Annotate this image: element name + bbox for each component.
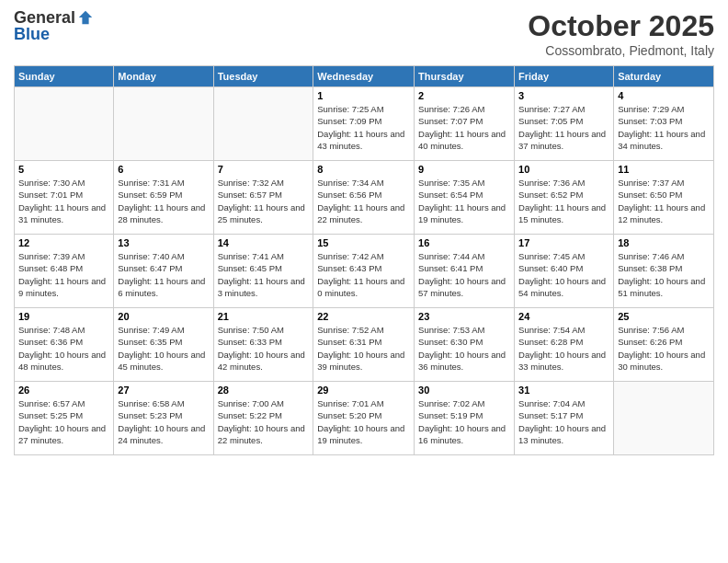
table-row: 30Sunrise: 7:02 AMSunset: 5:19 PMDayligh… xyxy=(415,382,515,455)
day-number: 1 xyxy=(317,90,410,101)
day-info-line: Sunset: 7:09 PM xyxy=(317,115,410,127)
table-row: 22Sunrise: 7:52 AMSunset: 6:31 PMDayligh… xyxy=(313,308,415,382)
table-row: 13Sunrise: 7:40 AMSunset: 6:47 PMDayligh… xyxy=(114,235,213,308)
day-info-line: Daylight: 10 hours and 13 minutes. xyxy=(518,422,609,447)
day-info: Sunrise: 7:35 AMSunset: 6:54 PMDaylight:… xyxy=(418,177,510,225)
table-row: 3Sunrise: 7:27 AMSunset: 7:05 PMDaylight… xyxy=(515,87,614,161)
table-row: 23Sunrise: 7:53 AMSunset: 6:30 PMDayligh… xyxy=(415,308,515,382)
day-info-line: Daylight: 10 hours and 54 minutes. xyxy=(518,275,609,300)
day-info: Sunrise: 7:36 AMSunset: 6:52 PMDaylight:… xyxy=(518,177,609,225)
day-info: Sunrise: 7:54 AMSunset: 6:28 PMDaylight:… xyxy=(518,324,609,373)
day-info-line: Sunset: 7:07 PM xyxy=(418,115,510,127)
day-info-line: Sunrise: 6:57 AM xyxy=(18,397,109,409)
day-number: 2 xyxy=(418,90,510,101)
day-number: 10 xyxy=(518,164,609,175)
day-number: 11 xyxy=(618,164,710,175)
day-info-line: Sunset: 6:50 PM xyxy=(618,189,710,201)
day-info-line: Daylight: 10 hours and 57 minutes. xyxy=(418,275,510,300)
day-info-line: Daylight: 11 hours and 37 minutes. xyxy=(518,128,609,153)
day-info-line: Sunset: 7:03 PM xyxy=(618,115,710,127)
day-info: Sunrise: 6:58 AMSunset: 5:23 PMDaylight:… xyxy=(118,397,209,446)
day-info-line: Daylight: 11 hours and 34 minutes. xyxy=(618,128,710,153)
day-info: Sunrise: 7:42 AMSunset: 6:43 PMDaylight:… xyxy=(317,250,410,299)
day-number: 27 xyxy=(118,385,209,396)
day-info-line: Sunrise: 7:36 AM xyxy=(518,177,609,189)
day-number: 13 xyxy=(118,237,209,248)
day-number: 17 xyxy=(518,237,609,248)
day-info-line: Daylight: 11 hours and 9 minutes. xyxy=(18,275,109,300)
day-info-line: Sunset: 6:30 PM xyxy=(418,336,510,348)
day-info-line: Sunrise: 6:58 AM xyxy=(118,397,209,409)
table-row: 10Sunrise: 7:36 AMSunset: 6:52 PMDayligh… xyxy=(515,161,614,235)
day-info-line: Daylight: 11 hours and 0 minutes. xyxy=(317,275,410,300)
table-row: 29Sunrise: 7:01 AMSunset: 5:20 PMDayligh… xyxy=(313,382,415,455)
day-number: 24 xyxy=(518,311,609,322)
day-info: Sunrise: 7:50 AMSunset: 6:33 PMDaylight:… xyxy=(218,324,310,373)
day-info-line: Sunrise: 7:02 AM xyxy=(418,397,510,409)
day-info-line: Sunrise: 7:52 AM xyxy=(317,324,410,336)
table-row: 4Sunrise: 7:29 AMSunset: 7:03 PMDaylight… xyxy=(614,87,714,161)
calendar-week-row: 19Sunrise: 7:48 AMSunset: 6:36 PMDayligh… xyxy=(15,308,714,382)
col-tuesday: Tuesday xyxy=(213,66,313,87)
day-info-line: Sunset: 6:59 PM xyxy=(118,189,209,201)
day-info: Sunrise: 7:27 AMSunset: 7:05 PMDaylight:… xyxy=(518,103,609,152)
day-info-line: Sunrise: 7:56 AM xyxy=(618,324,710,336)
day-info: Sunrise: 7:29 AMSunset: 7:03 PMDaylight:… xyxy=(618,103,710,152)
header: General Blue October 2025 Cossombrato, P… xyxy=(14,9,714,58)
day-info-line: Sunset: 6:31 PM xyxy=(317,336,410,348)
table-row: 24Sunrise: 7:54 AMSunset: 6:28 PMDayligh… xyxy=(515,308,614,382)
day-number: 18 xyxy=(618,237,710,248)
day-number: 29 xyxy=(317,385,410,396)
day-info: Sunrise: 7:31 AMSunset: 6:59 PMDaylight:… xyxy=(118,177,209,225)
day-info-line: Sunset: 6:26 PM xyxy=(618,336,710,348)
day-info: Sunrise: 7:32 AMSunset: 6:57 PMDaylight:… xyxy=(218,177,310,225)
day-info: Sunrise: 7:25 AMSunset: 7:09 PMDaylight:… xyxy=(317,103,410,152)
day-info-line: Daylight: 11 hours and 31 minutes. xyxy=(18,201,109,226)
day-info-line: Sunset: 5:20 PM xyxy=(317,409,410,421)
day-info: Sunrise: 7:40 AMSunset: 6:47 PMDaylight:… xyxy=(118,250,209,299)
day-number: 8 xyxy=(317,164,410,175)
day-number: 12 xyxy=(18,237,109,248)
day-number: 6 xyxy=(118,164,209,175)
day-info: Sunrise: 7:01 AMSunset: 5:20 PMDaylight:… xyxy=(317,397,410,446)
table-row: 27Sunrise: 6:58 AMSunset: 5:23 PMDayligh… xyxy=(114,382,213,455)
day-info-line: Daylight: 10 hours and 39 minutes. xyxy=(317,349,410,373)
day-info-line: Sunrise: 7:27 AM xyxy=(518,103,609,115)
day-info-line: Sunset: 6:38 PM xyxy=(618,262,710,274)
day-info-line: Sunrise: 7:37 AM xyxy=(618,177,710,189)
day-info-line: Daylight: 10 hours and 24 minutes. xyxy=(118,422,209,447)
day-info: Sunrise: 7:52 AMSunset: 6:31 PMDaylight:… xyxy=(317,324,410,373)
logo: General Blue xyxy=(14,9,94,44)
table-row: 28Sunrise: 7:00 AMSunset: 5:22 PMDayligh… xyxy=(213,382,313,455)
logo-blue-text: Blue xyxy=(14,26,94,44)
table-row: 2Sunrise: 7:26 AMSunset: 7:07 PMDaylight… xyxy=(415,87,515,161)
svg-marker-0 xyxy=(79,11,92,24)
day-number: 4 xyxy=(618,90,710,101)
day-info-line: Sunrise: 7:50 AM xyxy=(218,324,310,336)
day-number: 23 xyxy=(418,311,510,322)
day-info-line: Daylight: 11 hours and 15 minutes. xyxy=(518,201,609,226)
day-info-line: Daylight: 11 hours and 22 minutes. xyxy=(317,201,410,226)
day-info-line: Sunrise: 7:44 AM xyxy=(418,250,510,262)
day-info-line: Sunrise: 7:25 AM xyxy=(317,103,410,115)
day-number: 25 xyxy=(618,311,710,322)
calendar-page: General Blue October 2025 Cossombrato, P… xyxy=(0,0,728,563)
day-info-line: Sunset: 5:17 PM xyxy=(518,409,609,421)
day-info-line: Sunrise: 7:41 AM xyxy=(218,250,310,262)
day-info-line: Daylight: 10 hours and 42 minutes. xyxy=(218,349,310,373)
day-info-line: Daylight: 11 hours and 6 minutes. xyxy=(118,275,209,300)
day-number: 26 xyxy=(18,385,109,396)
day-number: 16 xyxy=(418,237,510,248)
table-row: 20Sunrise: 7:49 AMSunset: 6:35 PMDayligh… xyxy=(114,308,213,382)
day-info: Sunrise: 7:56 AMSunset: 6:26 PMDaylight:… xyxy=(618,324,710,373)
day-number: 21 xyxy=(218,311,310,322)
day-info-line: Sunrise: 7:42 AM xyxy=(317,250,410,262)
day-info: Sunrise: 7:44 AMSunset: 6:41 PMDaylight:… xyxy=(418,250,510,299)
day-info: Sunrise: 7:39 AMSunset: 6:48 PMDaylight:… xyxy=(18,250,109,299)
col-thursday: Thursday xyxy=(415,66,515,87)
table-row xyxy=(213,87,313,161)
day-number: 28 xyxy=(218,385,310,396)
day-info: Sunrise: 7:45 AMSunset: 6:40 PMDaylight:… xyxy=(518,250,609,299)
day-info-line: Daylight: 10 hours and 22 minutes. xyxy=(218,422,310,447)
day-info-line: Daylight: 11 hours and 28 minutes. xyxy=(118,201,209,226)
